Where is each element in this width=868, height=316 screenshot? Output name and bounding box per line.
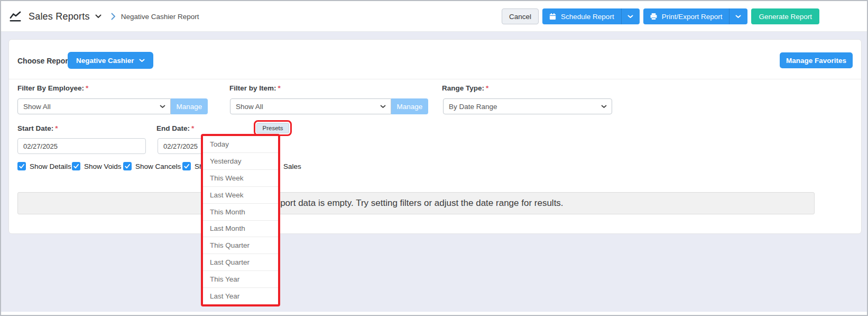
preset-item-last-quarter[interactable]: Last Quarter: [203, 254, 278, 271]
manage-favorites-button[interactable]: Manage Favorites: [780, 52, 853, 68]
generate-report-button[interactable]: Generate Report: [751, 8, 819, 24]
breadcrumb: Negative Cashier Report: [121, 13, 199, 21]
title-chevron-down-icon[interactable]: [95, 14, 101, 19]
required-asterisk: *: [191, 124, 194, 132]
printer-icon: [650, 12, 658, 21]
checkbox-row: Show Details Show Voids Show Cancels Sh: [9, 162, 861, 170]
schedule-report-label: Schedule Report: [561, 13, 614, 21]
preset-item-today[interactable]: Today: [203, 136, 278, 153]
chevron-down-icon: [735, 15, 741, 19]
app-window: Sales Reports Negative Cashier Report Ca…: [0, 0, 868, 316]
occluded-label-fragment: Sales: [283, 162, 301, 170]
chart-icon: [10, 11, 21, 22]
chevron-down-icon: [160, 105, 165, 109]
empty-state: Report data is empty. Try setting filter…: [17, 192, 815, 214]
preset-item-last-week[interactable]: Last Week: [203, 187, 278, 204]
employee-filter-select[interactable]: Show All: [17, 98, 171, 114]
print-export-button[interactable]: Print/Export Report: [643, 8, 748, 24]
chevron-down-icon: [627, 15, 633, 19]
breadcrumb-chevron-icon: [111, 13, 116, 20]
start-date-label: Start Date:*: [17, 124, 58, 132]
preset-item-last-month[interactable]: Last Month: [203, 221, 278, 238]
chevron-down-icon: [380, 105, 386, 109]
report-panel: Choose Report Negative Cashier Manage Fa…: [8, 39, 862, 234]
checkbox-checked-icon: [72, 162, 80, 170]
start-date-input[interactable]: [17, 138, 146, 154]
required-asterisk: *: [278, 84, 281, 92]
checkbox-partially-hidden[interactable]: Sh: [182, 162, 204, 170]
preset-item-this-month[interactable]: This Month: [203, 204, 278, 221]
required-asterisk: *: [86, 84, 88, 92]
print-export-label: Print/Export Report: [662, 13, 723, 21]
employee-filter-label: Filter By Employee:*: [17, 84, 88, 92]
page-title[interactable]: Sales Reports: [29, 11, 90, 22]
header-actions: Cancel Schedule Report: [502, 8, 819, 24]
checkbox-show-details[interactable]: Show Details: [17, 162, 71, 170]
checkbox-show-cancels[interactable]: Show Cancels: [123, 162, 181, 170]
required-asterisk: *: [486, 84, 488, 92]
empty-state-message: Report data is empty. Try setting filter…: [269, 198, 563, 209]
preset-item-last-year[interactable]: Last Year: [203, 288, 278, 304]
cancel-button[interactable]: Cancel: [502, 8, 539, 24]
employee-manage-button[interactable]: Manage: [171, 98, 208, 114]
schedule-report-button[interactable]: Schedule Report: [542, 8, 640, 24]
divider: [9, 79, 861, 79]
item-filter-label: Filter by Item:*: [229, 84, 281, 92]
checkbox-checked-icon: [182, 162, 191, 170]
preset-item-this-quarter[interactable]: This Quarter: [203, 237, 278, 254]
item-filter-select[interactable]: Show All: [230, 98, 391, 114]
checkbox-checked-icon: [17, 162, 26, 170]
schedule-dropdown-toggle[interactable]: [621, 8, 633, 24]
print-dropdown-toggle[interactable]: [729, 8, 741, 24]
calendar-icon: [549, 12, 557, 21]
header-left: Sales Reports Negative Cashier Report: [10, 1, 199, 32]
presets-dropdown-menu: Today Yesterday This Week Last Week This…: [201, 134, 280, 306]
checkbox-checked-icon: [123, 162, 132, 170]
chevron-down-icon: [139, 59, 145, 62]
preset-item-this-year[interactable]: This Year: [203, 271, 278, 288]
preset-item-this-week[interactable]: This Week: [203, 170, 278, 187]
top-bar: Sales Reports Negative Cashier Report Ca…: [1, 1, 867, 32]
range-type-select[interactable]: By Date Range: [443, 98, 612, 114]
presets-button[interactable]: Presets: [256, 123, 289, 133]
required-asterisk: *: [55, 124, 58, 132]
choose-report-label: Choose Report: [17, 57, 70, 65]
item-manage-button[interactable]: Manage: [391, 98, 428, 114]
checkbox-show-voids[interactable]: Show Voids: [72, 162, 122, 170]
report-selector-button[interactable]: Negative Cashier: [68, 52, 153, 69]
preset-item-yesterday[interactable]: Yesterday: [203, 153, 278, 170]
end-date-label: End Date:*: [156, 124, 194, 132]
report-selector-label: Negative Cashier: [76, 57, 134, 65]
chevron-down-icon: [601, 105, 607, 109]
range-type-label: Range Type:*: [442, 84, 488, 92]
